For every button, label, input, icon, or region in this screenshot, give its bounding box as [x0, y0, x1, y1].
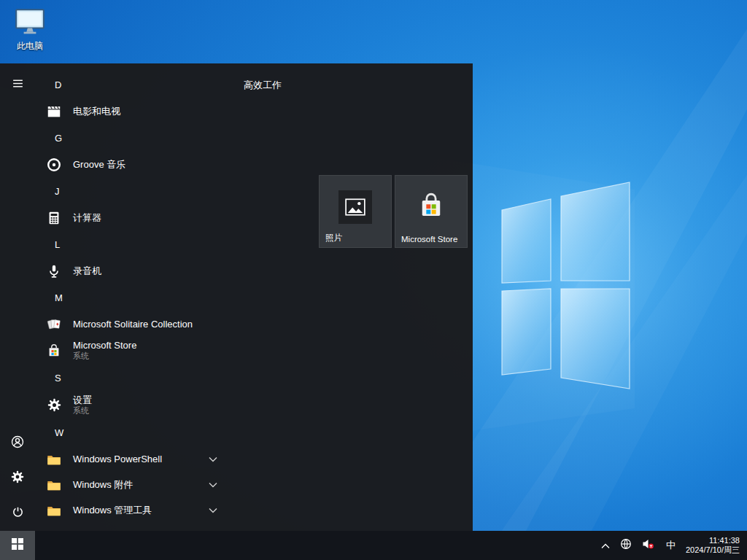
app-item-windows-ease-of-access[interactable]: Windows 轻松使用 [35, 523, 226, 531]
power-icon [11, 505, 25, 522]
this-pc-icon [15, 7, 45, 38]
solitaire-icon [44, 315, 63, 334]
app-item-label: 设置 [73, 395, 92, 406]
app-item-calculator[interactable]: 计算器 [35, 205, 226, 230]
tiles-row: 照片 Microsoft Store [319, 175, 468, 248]
start-button[interactable] [0, 531, 35, 560]
app-item-label: Windows 管理工具 [73, 504, 152, 517]
folder-icon [44, 501, 63, 520]
taskbar: 中 11:41:38 2024/7/10/周三 [0, 531, 747, 560]
user-account-button[interactable] [0, 426, 35, 461]
app-item-label: Windows 附件 [73, 478, 133, 491]
section-header-g[interactable]: G [35, 124, 226, 152]
section-header-w[interactable]: W [35, 419, 226, 446]
taskbar-clock[interactable]: 11:41:38 2024/7/10/周三 [682, 531, 747, 560]
power-button[interactable] [0, 496, 35, 531]
tile-label: Microsoft Store [401, 235, 465, 244]
app-item-label: Windows PowerShell [73, 454, 162, 464]
tile-label: 照片 [325, 233, 389, 244]
app-item-label: Microsoft Solitaire Collection [73, 319, 193, 330]
tiles-area: 高效工作 照片 [226, 63, 473, 531]
hamburger-icon [12, 77, 24, 93]
settings-button[interactable] [0, 461, 35, 496]
network-globe-icon [620, 538, 632, 553]
section-header-l[interactable]: L [35, 230, 226, 258]
section-letter: S [55, 373, 61, 384]
section-header-d[interactable]: D [35, 71, 226, 98]
network-status-button[interactable] [615, 531, 637, 560]
desktop: 此电脑 [0, 0, 747, 560]
app-item-label: 录音机 [73, 265, 101, 278]
section-letter: D [55, 79, 61, 90]
store-icon [44, 341, 63, 360]
app-list: D 电影和电视 G [35, 63, 226, 531]
section-header-s[interactable]: S [35, 364, 226, 392]
tray-overflow-button[interactable] [596, 531, 615, 560]
section-header-m[interactable]: M [35, 284, 226, 311]
section-letter: W [55, 427, 63, 438]
movies-tv-icon [44, 102, 63, 121]
volume-muted-icon [642, 538, 654, 553]
clock-time: 11:41:38 [686, 536, 740, 545]
chevron-down-icon[interactable] [209, 482, 217, 488]
photos-icon [338, 190, 372, 224]
app-item-windows-accessories[interactable]: Windows 附件 [35, 472, 226, 497]
section-header-j[interactable]: J [35, 177, 226, 205]
app-item-label: Groove 音乐 [73, 158, 125, 171]
groove-music-icon [44, 155, 63, 174]
tiles-group-label[interactable]: 高效工作 [244, 79, 282, 92]
windows-logo-icon [12, 538, 23, 553]
app-item-voice-recorder[interactable]: 录音机 [35, 258, 226, 284]
store-icon [416, 190, 446, 224]
app-item-label: Microsoft Store [73, 341, 136, 351]
user-icon [10, 435, 25, 452]
app-item-solitaire[interactable]: Microsoft Solitaire Collection [35, 311, 226, 337]
tile-microsoft-store[interactable]: Microsoft Store [395, 175, 468, 248]
app-item-movies-tv[interactable]: 电影和电视 [35, 98, 226, 124]
start-menu-rail [0, 63, 35, 531]
start-menu: D 电影和电视 G [0, 63, 473, 531]
section-letter: L [55, 239, 60, 250]
system-tray: 中 11:41:38 2024/7/10/周三 [596, 531, 747, 560]
calculator-icon [44, 209, 63, 228]
app-item-sublabel: 系统 [73, 406, 92, 416]
section-letter: J [55, 186, 60, 197]
section-letter: G [55, 133, 62, 144]
desktop-icon-this-pc[interactable]: 此电脑 [9, 7, 51, 52]
app-item-sublabel: 系统 [73, 351, 136, 361]
settings-gear-icon [44, 396, 63, 415]
app-item-windows-admin-tools[interactable]: Windows 管理工具 [35, 497, 226, 523]
chevron-down-icon[interactable] [209, 456, 217, 462]
expand-menu-button[interactable] [0, 67, 35, 102]
tile-photos[interactable]: 照片 [319, 175, 392, 248]
app-item-settings[interactable]: 设置 系统 [35, 392, 226, 419]
voice-recorder-icon [44, 262, 63, 281]
chevron-down-icon[interactable] [209, 508, 217, 513]
app-item-label: 电影和电视 [73, 105, 120, 118]
app-item-label: 计算器 [73, 211, 101, 225]
app-item-windows-powershell[interactable]: Windows PowerShell [35, 446, 226, 472]
ime-indicator[interactable]: 中 [659, 531, 682, 560]
chevron-up-icon [601, 539, 610, 552]
folder-icon [44, 450, 63, 469]
clock-date: 2024/7/10/周三 [686, 545, 740, 555]
section-letter: M [55, 292, 63, 303]
volume-button[interactable] [637, 531, 659, 560]
folder-icon [44, 475, 63, 494]
app-item-groove-music[interactable]: Groove 音乐 [35, 152, 226, 177]
app-item-microsoft-store[interactable]: Microsoft Store 系统 [35, 337, 226, 364]
desktop-icon-label: 此电脑 [17, 40, 43, 52]
settings-gear-icon [10, 470, 25, 487]
